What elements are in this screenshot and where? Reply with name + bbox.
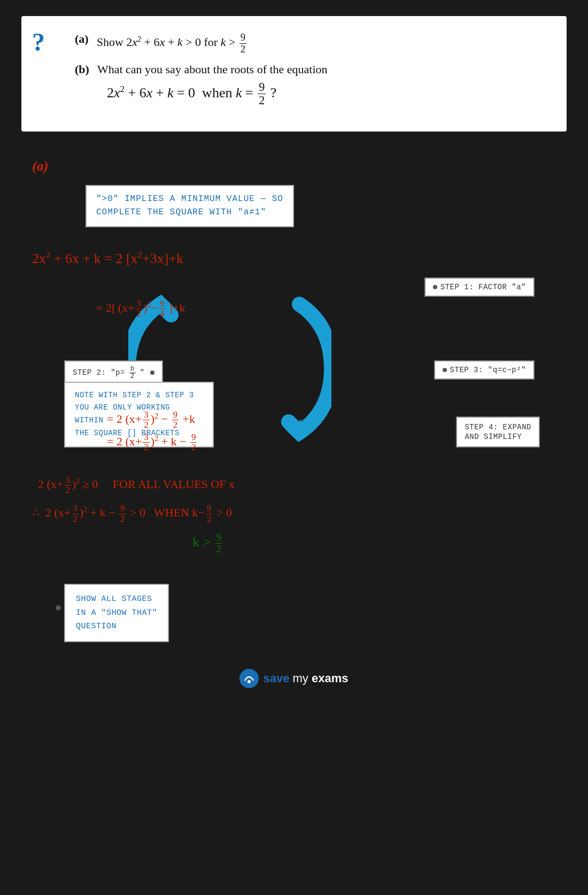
show-stages-wrapper: SHOW ALL STAGES IN A "SHOW THAT" QUESTIO…: [64, 573, 169, 642]
part-b-equation: 2x2 + 6x + k = 0 when k = 9 2 ?: [107, 81, 276, 107]
step1-label: STEP 1: FACTOR "a": [424, 277, 535, 297]
solution-part-a-label: (a): [32, 158, 556, 174]
green-conclusion: k > 92: [192, 532, 556, 554]
frac-9-2-a: 9 2: [239, 32, 246, 55]
part-a-text: Show 2x2 + 6x + k > 0 for k > 9 2: [97, 32, 248, 55]
footer-text: save my exams: [263, 672, 348, 685]
step4-label: STEP 4: EXPAND AND SIMPLIFY: [456, 416, 540, 447]
part-b-label: (b): [75, 63, 89, 76]
equation-line-3: = 2 (x+32)2 − 92 +k: [107, 410, 195, 430]
part-b-text: What can you say about the roots of the …: [97, 63, 328, 76]
arrows-section: STEP 1: FACTOR "a" = 2[ (x+32)2−94 ]+k S…: [32, 277, 556, 459]
solution-area: (a) ">0" IMPLIES A MINIMUM VALUE — SO CO…: [0, 148, 588, 653]
show-stages-dot: [56, 605, 61, 611]
part-a-label: (a): [75, 32, 89, 46]
footer-logo: save my exams: [239, 669, 348, 688]
step3-label: STEP 3: "q=c−p²": [434, 360, 535, 380]
equation-line-1: 2x2 + 6x + k = 2 [x2+3x]+k: [32, 250, 556, 267]
tip-box-complete-square: ">0" IMPLIES A MINIMUM VALUE — SO COMPLE…: [86, 185, 294, 227]
footer: save my exams: [0, 653, 588, 701]
equation-line-4: = 2 (x+32)2 + k − 92: [107, 433, 198, 453]
question-part-a: (a) Show 2x2 + 6x + k > 0 for k > 9 2: [75, 32, 545, 55]
question-box: ? (a) Show 2x2 + 6x + k > 0 for k > 9 2 …: [21, 16, 567, 132]
equation-line-2: = 2[ (x+32)2−94 ]+k: [96, 299, 185, 319]
frac-9-2-b: 9 2: [258, 81, 266, 107]
question-part-b: (b) What can you say about the roots of …: [75, 63, 545, 107]
svg-point-3: [247, 680, 251, 683]
question-icon: ?: [32, 29, 45, 55]
question-text: (a) Show 2x2 + 6x + k > 0 for k > 9 2 (b…: [75, 32, 545, 107]
svg-point-2: [239, 669, 259, 688]
show-stages-box: SHOW ALL STAGES IN A "SHOW THAT" QUESTIO…: [64, 584, 169, 642]
therefore-line: ∴ 2 (x+32)2 + k − 92 > 0 WHEN k−92 > 0: [32, 504, 556, 524]
bottom-math: 2 (x+32)2 ≥ 0 FOR ALL VALUES OF x ∴ 2 (x…: [32, 475, 556, 642]
footer-brand-icon: [239, 669, 259, 688]
conclusion-line-1: 2 (x+32)2 ≥ 0 FOR ALL VALUES OF x: [32, 475, 556, 496]
